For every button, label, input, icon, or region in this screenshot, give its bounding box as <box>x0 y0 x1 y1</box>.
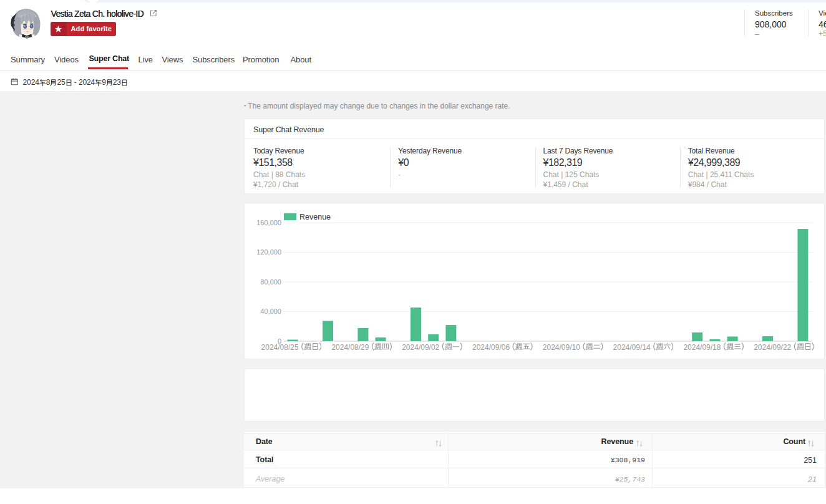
svg-text:2024/09/10: 2024/09/10 <box>543 343 580 352</box>
svg-text:40,000: 40,000 <box>260 308 281 315</box>
svg-text:2024/09/06: 2024/09/06 <box>472 343 510 352</box>
svg-text:Revenue: Revenue <box>299 213 331 221</box>
svg-text:2024/09/22: 2024/09/22 <box>754 343 791 352</box>
svg-text:160,000: 160,000 <box>256 219 281 226</box>
svg-text:2024/09/02: 2024/09/02 <box>402 343 439 352</box>
svg-text:2024/09/14: 2024/09/14 <box>613 343 651 352</box>
svg-text:120,000: 120,000 <box>256 248 281 256</box>
svg-text:2024/08/29: 2024/08/29 <box>331 343 369 352</box>
svg-text:80,000: 80,000 <box>260 278 281 286</box>
svg-text:2024/09/18: 2024/09/18 <box>683 343 721 352</box>
svg-text:2024/08/25: 2024/08/25 <box>261 343 299 352</box>
